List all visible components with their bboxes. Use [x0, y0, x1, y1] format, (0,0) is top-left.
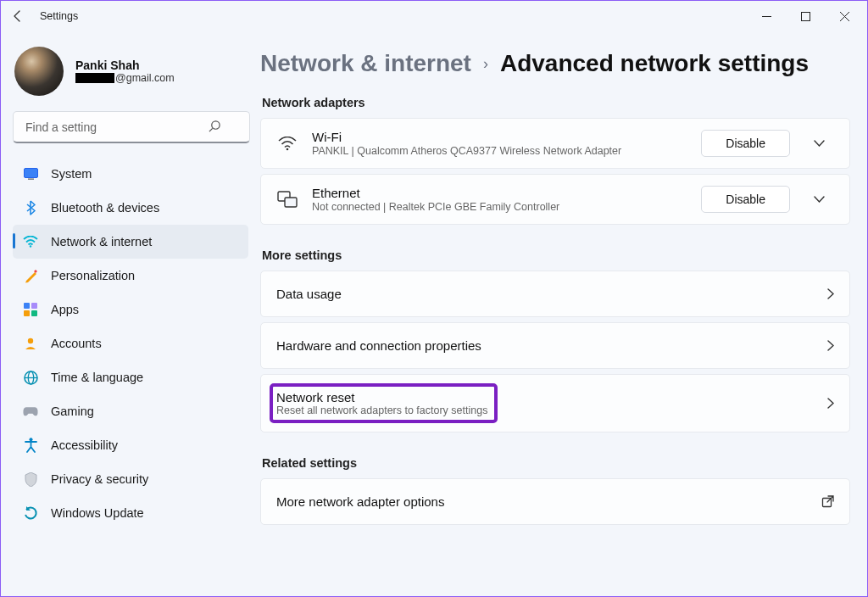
external-link-icon — [821, 495, 834, 508]
gaming-icon — [23, 404, 38, 419]
chevron-right-icon: › — [483, 55, 488, 73]
nav-network[interactable]: Network & internet — [13, 225, 248, 259]
disable-button[interactable]: Disable — [701, 186, 790, 213]
setting-subtitle: Reset all network adapters to factory se… — [276, 405, 487, 416]
breadcrumb: Network & internet › Advanced network se… — [260, 50, 850, 77]
setting-title: Data usage — [276, 287, 817, 301]
setting-more-adapter-options[interactable]: More network adapter options — [260, 478, 850, 525]
svg-point-6 — [30, 245, 31, 247]
nav-system[interactable]: System — [13, 157, 248, 191]
section-title-more: More settings — [262, 248, 850, 262]
sidebar: Panki Shah @gmail.com System Bluetooth &… — [1, 31, 259, 597]
redacted-block — [75, 73, 114, 83]
svg-rect-4 — [24, 169, 37, 178]
setting-title: More network adapter options — [276, 494, 811, 509]
adapter-title: Wi-Fi — [312, 130, 687, 144]
section-title-related: Related settings — [262, 456, 850, 470]
avatar — [14, 47, 64, 96]
chevron-right-icon — [827, 398, 834, 409]
chevron-right-icon — [827, 288, 834, 299]
setting-title: Network reset — [276, 390, 487, 405]
svg-rect-9 — [24, 310, 30, 316]
adapter-ethernet: Ethernet Not connected | Realtek PCIe GB… — [260, 174, 850, 225]
nav-windows-update[interactable]: Windows Update — [13, 496, 248, 530]
svg-point-16 — [287, 148, 289, 150]
adapter-subtitle: PANKIL | Qualcomm Atheros QCA9377 Wirele… — [312, 145, 687, 157]
network-icon — [23, 234, 38, 249]
apps-icon — [23, 302, 38, 317]
windows-update-icon — [23, 505, 38, 521]
system-icon — [23, 166, 38, 181]
nav-accounts[interactable]: Accounts — [13, 326, 248, 360]
svg-line-3 — [209, 128, 213, 131]
ethernet-icon — [276, 191, 298, 208]
nav-personalization[interactable]: Personalization — [13, 259, 248, 293]
nav-apps[interactable]: Apps — [13, 293, 248, 326]
chevron-right-icon — [827, 340, 834, 351]
window-title: Settings — [40, 10, 747, 22]
bluetooth-icon — [23, 200, 38, 215]
setting-data-usage[interactable]: Data usage — [260, 271, 850, 317]
accounts-icon — [23, 336, 38, 351]
svg-point-2 — [212, 121, 220, 129]
nav-time-language[interactable]: Time & language — [13, 360, 248, 394]
nav-accessibility[interactable]: Accessibility — [13, 428, 248, 462]
svg-rect-8 — [31, 303, 37, 309]
time-language-icon — [23, 370, 38, 385]
accessibility-icon — [23, 438, 38, 453]
setting-hardware-properties[interactable]: Hardware and connection properties — [260, 322, 850, 369]
search-icon — [209, 120, 221, 132]
profile-email: @gmail.com — [75, 72, 175, 84]
breadcrumb-parent[interactable]: Network & internet — [260, 50, 471, 77]
back-button[interactable] — [4, 3, 31, 30]
adapter-subtitle: Not connected | Realtek PCIe GBE Family … — [312, 201, 687, 213]
adapter-title: Ethernet — [312, 186, 687, 200]
svg-rect-10 — [31, 310, 37, 316]
setting-title: Hardware and connection properties — [276, 338, 817, 353]
svg-rect-1 — [801, 12, 810, 20]
main-content: Network & internet › Advanced network se… — [259, 31, 867, 597]
personalization-icon — [23, 268, 38, 283]
expand-button[interactable] — [804, 196, 834, 203]
disable-button[interactable]: Disable — [701, 130, 790, 157]
svg-point-15 — [29, 438, 32, 441]
setting-network-reset[interactable]: Network reset Reset all network adapters… — [260, 374, 850, 432]
expand-button[interactable] — [804, 140, 834, 147]
nav-privacy[interactable]: Privacy & security — [13, 462, 248, 496]
profile-name: Panki Shah — [75, 59, 175, 72]
adapter-wifi: Wi-Fi PANKIL | Qualcomm Atheros QCA9377 … — [260, 118, 850, 169]
section-title-adapters: Network adapters — [262, 96, 850, 109]
svg-rect-18 — [285, 198, 297, 207]
svg-rect-7 — [24, 303, 30, 309]
svg-rect-5 — [28, 179, 34, 180]
wifi-icon — [276, 137, 298, 151]
nav-gaming[interactable]: Gaming — [13, 394, 248, 428]
close-button[interactable] — [825, 3, 864, 30]
privacy-icon — [23, 471, 38, 487]
maximize-button[interactable] — [786, 3, 825, 30]
svg-point-11 — [28, 338, 33, 343]
breadcrumb-current: Advanced network settings — [500, 50, 809, 77]
minimize-button[interactable] — [747, 3, 786, 30]
titlebar: Settings — [1, 1, 867, 31]
nav-bluetooth[interactable]: Bluetooth & devices — [13, 191, 248, 225]
profile-block[interactable]: Panki Shah @gmail.com — [13, 40, 248, 111]
